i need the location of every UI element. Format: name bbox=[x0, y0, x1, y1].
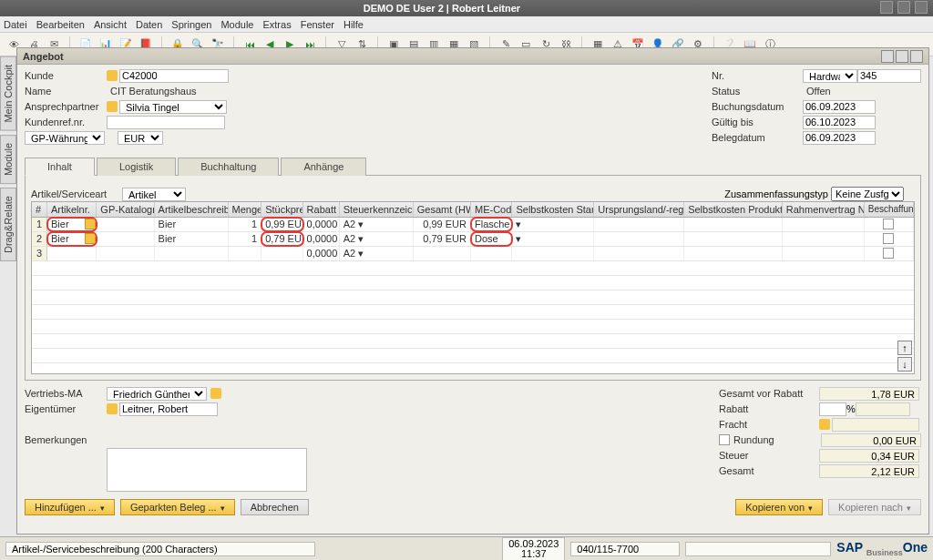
cell-rabatt[interactable]: 0,0000 bbox=[303, 247, 340, 260]
link-arrow-icon[interactable] bbox=[210, 388, 221, 399]
cell-artnr[interactable]: Bier bbox=[47, 232, 97, 246]
besch-checkbox[interactable] bbox=[883, 219, 894, 229]
link-arrow-icon[interactable] bbox=[819, 419, 830, 430]
bemerk-textarea[interactable] bbox=[107, 448, 307, 492]
cell-gesamt[interactable]: 0,79 EUR bbox=[414, 232, 471, 246]
cell-besch[interactable] bbox=[865, 218, 914, 231]
cell-urs[interactable] bbox=[594, 232, 684, 246]
buchung-input[interactable] bbox=[803, 100, 876, 114]
cell-besch[interactable] bbox=[865, 247, 914, 260]
col-urs[interactable]: Ursprungsland/-region bbox=[594, 202, 684, 217]
menu-extras[interactable]: Extras bbox=[262, 19, 291, 30]
beleg-input[interactable] bbox=[803, 131, 876, 145]
cell-rabatt[interactable]: 0,0000 bbox=[303, 218, 340, 231]
table-row[interactable]: 2 BierBier10,79 EUR0,0000A2 ▾0,79 EURDos… bbox=[32, 232, 914, 247]
cell-selb2[interactable] bbox=[684, 232, 783, 246]
win-max-icon[interactable] bbox=[896, 50, 908, 63]
cell-selb2[interactable] bbox=[684, 218, 783, 231]
eigen-input[interactable] bbox=[119, 402, 218, 416]
cell-gesamt[interactable] bbox=[414, 247, 471, 260]
win-close-icon[interactable] bbox=[910, 50, 923, 63]
rabatt-pct-input[interactable] bbox=[819, 402, 846, 416]
close-icon[interactable] bbox=[915, 1, 928, 14]
cell-menge[interactable] bbox=[229, 247, 262, 260]
side-tab-drag[interactable]: Drag&Relate bbox=[0, 188, 16, 261]
col-rahm[interactable]: Rahmenvertrag Nr. bbox=[783, 202, 865, 217]
cell-desc[interactable]: Bier bbox=[155, 232, 229, 246]
cell-rahm[interactable] bbox=[783, 232, 865, 246]
cell-stk[interactable]: A2 ▾ bbox=[340, 218, 414, 231]
col-desc[interactable]: Artikelbeschreibung bbox=[155, 202, 229, 217]
menu-bearbeiten[interactable]: Bearbeiten bbox=[36, 19, 85, 30]
col-rabatt[interactable]: Rabatt % bbox=[303, 202, 340, 217]
menu-daten[interactable]: Daten bbox=[136, 19, 162, 30]
col-me[interactable]: ME-Code bbox=[471, 202, 512, 217]
summary-select[interactable]: Keine Zusfg. bbox=[831, 187, 904, 201]
win-min-icon[interactable] bbox=[881, 50, 894, 63]
cell-urs[interactable] bbox=[594, 247, 684, 260]
scroll-up-icon[interactable]: ↑ bbox=[897, 341, 912, 355]
besch-checkbox[interactable] bbox=[883, 233, 894, 244]
col-menge[interactable]: Menge bbox=[229, 202, 262, 217]
cancel-button[interactable]: Abbrechen bbox=[241, 499, 309, 515]
minimize-icon[interactable] bbox=[880, 1, 893, 14]
cell-desc[interactable] bbox=[155, 247, 229, 260]
cell-me[interactable] bbox=[471, 247, 512, 260]
cell-urs[interactable] bbox=[594, 218, 684, 231]
cell-selb[interactable] bbox=[512, 247, 594, 260]
cell-gesamt[interactable]: 0,99 EUR bbox=[414, 218, 471, 231]
maximize-icon[interactable] bbox=[897, 1, 910, 14]
table-row[interactable]: 1 BierBier10,99 EUR0,0000A2 ▾0,99 EURFla… bbox=[32, 218, 914, 232]
rundung-checkbox[interactable] bbox=[719, 434, 730, 445]
table-row[interactable]: 3 0,0000A2 ▾ bbox=[32, 247, 914, 261]
col-besch[interactable]: Beschaffungsbeleg zulassen bbox=[865, 202, 914, 217]
add-button[interactable]: Hinzufügen ...▾ bbox=[25, 499, 115, 515]
cell-artnr[interactable]: Bier bbox=[47, 218, 97, 231]
col-stk[interactable]: Steuerkennzeichen bbox=[340, 202, 414, 217]
col-preis[interactable]: Stückpreis bbox=[261, 202, 302, 217]
dropdown-icon[interactable] bbox=[85, 233, 96, 244]
cell-desc[interactable]: Bier bbox=[155, 218, 229, 231]
link-arrow-icon[interactable] bbox=[107, 403, 118, 414]
cell-artnr[interactable] bbox=[47, 247, 97, 260]
cell-rahm[interactable] bbox=[783, 247, 865, 260]
menu-ansicht[interactable]: Ansicht bbox=[94, 19, 127, 30]
scroll-down-icon[interactable]: ↓ bbox=[897, 357, 912, 372]
copy-from-button[interactable]: Kopieren von▾ bbox=[735, 499, 823, 515]
waehrung-type-select[interactable]: GP-Währung bbox=[25, 131, 105, 145]
cell-rahm[interactable] bbox=[783, 218, 865, 231]
col-selb[interactable]: Selbstkosten Standort bbox=[512, 202, 594, 217]
cell-besch[interactable] bbox=[865, 232, 914, 246]
col-artnr[interactable]: Artikelnr. bbox=[47, 202, 97, 217]
cell-preis[interactable]: 0,79 EUR bbox=[261, 232, 302, 246]
waehrung-select[interactable]: EUR bbox=[118, 131, 163, 145]
besch-checkbox[interactable] bbox=[883, 248, 894, 259]
vertrieb-select[interactable]: Friedrich Günther bbox=[107, 387, 207, 401]
cell-kat[interactable] bbox=[97, 247, 154, 260]
link-arrow-icon[interactable] bbox=[107, 70, 118, 81]
cell-kat[interactable] bbox=[97, 218, 154, 231]
col-num[interactable]: # bbox=[32, 202, 47, 217]
cell-stk[interactable]: A2 ▾ bbox=[340, 232, 414, 246]
gueltig-input[interactable] bbox=[803, 116, 876, 129]
artsvc-select[interactable]: Artikel bbox=[122, 188, 186, 201]
cell-menge[interactable]: 1 bbox=[229, 232, 262, 246]
cell-rabatt[interactable]: 0,0000 bbox=[303, 232, 340, 246]
side-tab-cockpit[interactable]: Mein Cockpit bbox=[0, 56, 16, 131]
kundenref-input[interactable] bbox=[107, 116, 225, 129]
menu-hilfe[interactable]: Hilfe bbox=[343, 19, 364, 30]
col-selb2[interactable]: Selbstkosten Produktgruppe bbox=[684, 202, 783, 217]
cell-me[interactable]: Dose bbox=[471, 232, 512, 246]
menu-module[interactable]: Module bbox=[220, 19, 253, 30]
cell-stk[interactable]: A2 ▾ bbox=[340, 247, 414, 260]
col-gesamt[interactable]: Gesamt (HW) bbox=[414, 202, 471, 217]
cell-preis[interactable] bbox=[261, 247, 302, 260]
cell-selb[interactable]: ▾ bbox=[512, 218, 594, 231]
tab-buchhaltung[interactable]: Buchhaltung bbox=[178, 158, 279, 176]
link-arrow-icon[interactable] bbox=[107, 101, 118, 112]
tab-inhalt[interactable]: Inhalt bbox=[25, 158, 95, 176]
cell-kat[interactable] bbox=[97, 232, 154, 246]
nr-input[interactable] bbox=[857, 69, 921, 83]
copy-to-button[interactable]: Kopieren nach▾ bbox=[828, 499, 921, 515]
side-tab-module[interactable]: Module bbox=[0, 135, 16, 184]
